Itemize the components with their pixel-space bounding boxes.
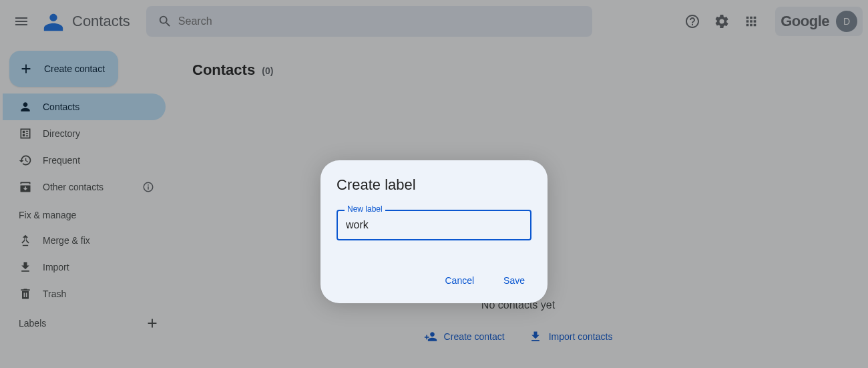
cancel-button[interactable]: Cancel bbox=[438, 270, 481, 291]
dialog-title: Create label bbox=[337, 176, 531, 194]
dialog-actions: Cancel Save bbox=[337, 270, 531, 291]
field-label: New label bbox=[345, 204, 385, 214]
create-label-dialog: Create label New label Cancel Save bbox=[320, 160, 548, 303]
label-name-field: New label bbox=[337, 210, 531, 240]
label-name-input[interactable] bbox=[337, 210, 531, 240]
save-button[interactable]: Save bbox=[497, 270, 531, 291]
